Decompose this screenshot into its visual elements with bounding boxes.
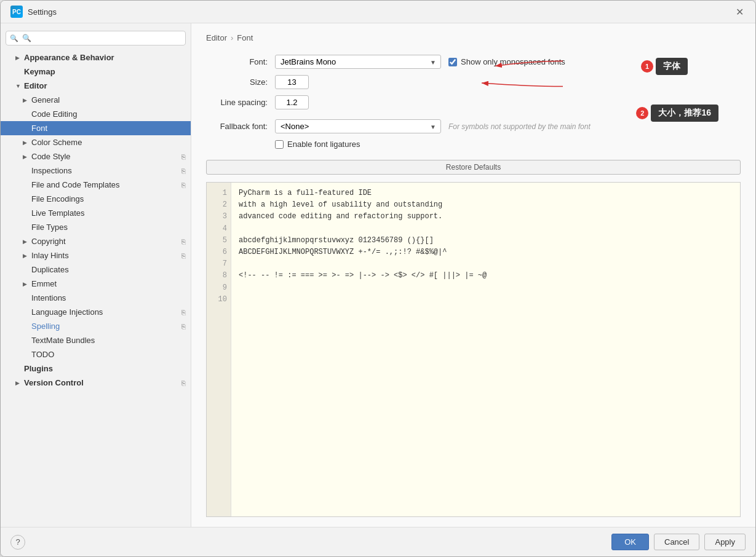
close-button[interactable]: ✕	[733, 6, 746, 18]
sidebar-item-label: Language Injections	[31, 307, 103, 317]
sidebar-item-label: Font	[31, 124, 47, 133]
code-preview: 1 2 3 4 5 6 7 8 9 10 PyCharm is a full-f…	[206, 182, 741, 517]
sidebar-item-plugins[interactable]: Plugins	[1, 361, 191, 376]
copy-icon: ⎘	[181, 323, 186, 330]
size-label: Size:	[206, 77, 268, 87]
code-line	[239, 282, 733, 294]
copy-icon: ⎘	[181, 379, 186, 387]
sidebar-item-code-style[interactable]: ▶ Code Style ⎘	[1, 149, 191, 164]
sidebar-item-label: Color Scheme	[31, 138, 82, 147]
ligatures-checkbox[interactable]	[275, 140, 284, 149]
content-area: 🔍 ▶ Appearance & Behavior Keymap ▼ Edito…	[1, 23, 755, 527]
sidebar-item-todo[interactable]: TODO	[1, 347, 191, 361]
line-num: 7	[210, 258, 227, 270]
annotation-number-1: 1	[641, 60, 653, 73]
fallback-dropdown-wrapper: <None> ▼	[275, 119, 441, 133]
sidebar-item-font[interactable]: Font	[1, 121, 191, 135]
copy-icon: ⎘	[181, 238, 186, 245]
font-label: Font:	[206, 57, 268, 66]
annotation-number-2: 2	[636, 107, 648, 119]
sidebar-item-label: Copyright	[31, 237, 66, 246]
copy-icon: ⎘	[181, 167, 186, 175]
sidebar-item-duplicates[interactable]: Duplicates	[1, 263, 191, 277]
sidebar-item-color-scheme[interactable]: ▶ Color Scheme	[1, 135, 191, 149]
show-mono-checkbox[interactable]	[448, 58, 457, 66]
chevron-right-icon: ▶	[23, 154, 29, 160]
annotation-bubble-2: 大小，推荐16	[651, 105, 718, 122]
sidebar-item-label: Code Style	[31, 152, 71, 161]
code-line	[239, 223, 733, 235]
sidebar-item-file-types[interactable]: File Types	[1, 220, 191, 234]
chevron-right-icon: ▶	[23, 140, 29, 146]
title-bar: PC Settings ✕	[1, 1, 755, 23]
sidebar-item-code-editing[interactable]: Code Editing	[1, 107, 191, 121]
sidebar-item-label: Inspections	[31, 166, 72, 175]
sidebar-item-label: TextMate Bundles	[31, 336, 95, 345]
main-panel: Editor › Font Font: JetBrains Mono ▼ Sho…	[191, 23, 755, 527]
code-line: abcdefghijklmnopqrstuvwxyz 0123456789 ()…	[239, 235, 733, 247]
sidebar-item-keymap[interactable]: Keymap	[1, 65, 191, 79]
sidebar-item-label: Spelling	[31, 322, 60, 331]
ligatures-label: Enable font ligatures	[287, 140, 360, 149]
copy-icon: ⎘	[181, 309, 186, 316]
line-num: 1	[210, 188, 227, 199]
annotation-2: 2 大小，推荐16	[636, 105, 718, 122]
chevron-down-icon: ▼	[15, 83, 22, 89]
search-input[interactable]	[6, 31, 186, 45]
sidebar-item-live-templates[interactable]: Live Templates	[1, 206, 191, 220]
sidebar-item-appearance[interactable]: ▶ Appearance & Behavior	[1, 50, 191, 65]
sidebar-item-general[interactable]: ▶ General	[1, 93, 191, 107]
font-select[interactable]: JetBrains Mono	[275, 55, 441, 69]
sidebar-item-label: General	[31, 95, 60, 105]
sidebar-item-spelling[interactable]: Spelling ⎘	[1, 319, 191, 333]
size-input[interactable]	[275, 75, 309, 89]
apply-button[interactable]: Apply	[704, 534, 746, 550]
sidebar-item-label: Keymap	[24, 67, 55, 76]
copy-icon: ⎘	[181, 153, 186, 160]
sidebar-item-copyright[interactable]: ▶ Copyright ⎘	[1, 234, 191, 248]
settings-dialog: PC Settings ✕ 🔍 ▶ Appearance & Behavior …	[0, 0, 756, 557]
code-line: with a high level of usability and outst…	[239, 199, 733, 211]
sidebar-item-label: Duplicates	[31, 265, 69, 274]
sidebar-item-file-encodings[interactable]: File Encodings	[1, 192, 191, 206]
line-spacing-input[interactable]	[275, 95, 309, 109]
code-line: advanced code editing and refactoring su…	[239, 211, 733, 223]
code-line	[239, 258, 733, 270]
help-button[interactable]: ?	[10, 535, 25, 550]
sidebar-item-emmet[interactable]: ▶ Emmet	[1, 277, 191, 291]
chevron-right-icon: ▶	[15, 55, 22, 61]
line-num: 10	[210, 294, 227, 306]
sidebar-item-editor[interactable]: ▼ Editor	[1, 79, 191, 93]
sidebar-item-inlay-hints[interactable]: ▶ Inlay Hints ⎘	[1, 248, 191, 263]
ok-button[interactable]: OK	[611, 534, 649, 550]
footer: ? OK Cancel Apply	[1, 527, 755, 556]
sidebar-item-inspections[interactable]: Inspections ⎘	[1, 164, 191, 178]
sidebar-item-textmate-bundles[interactable]: TextMate Bundles	[1, 333, 191, 347]
chevron-right-icon: ▶	[23, 239, 29, 245]
chevron-right-icon: ▶	[23, 281, 29, 287]
chevron-right-icon: ▶	[15, 380, 22, 386]
line-num: 9	[210, 282, 227, 294]
annotation-1: 1 字体	[641, 58, 688, 75]
code-lines: PyCharm is a full-featured IDE with a hi…	[231, 183, 740, 516]
sidebar-item-label: Editor	[24, 81, 47, 90]
line-numbers: 1 2 3 4 5 6 7 8 9 10	[207, 183, 231, 516]
search-box: 🔍	[6, 31, 186, 45]
sidebar-item-intentions[interactable]: Intentions	[1, 291, 191, 305]
sidebar-item-language-injections[interactable]: Language Injections ⎘	[1, 305, 191, 319]
sidebar: 🔍 ▶ Appearance & Behavior Keymap ▼ Edito…	[1, 23, 191, 527]
fallback-font-select[interactable]: <None>	[275, 119, 441, 133]
line-spacing-label: Line spacing:	[206, 98, 268, 107]
code-line: ABCDEFGHIJKLMNOPQRSTUVWXYZ +-*/= .,;:!? …	[239, 247, 733, 258]
breadcrumb-current: Font	[237, 33, 253, 42]
ligatures-check-row: Enable font ligatures	[275, 140, 360, 149]
line-num: 8	[210, 270, 227, 282]
sidebar-item-version-control[interactable]: ▶ Version Control ⎘	[1, 376, 191, 390]
code-line: PyCharm is a full-featured IDE	[239, 188, 733, 199]
line-num: 2	[210, 199, 227, 211]
breadcrumb: Editor › Font	[206, 33, 741, 42]
sidebar-item-file-code-templates[interactable]: File and Code Templates ⎘	[1, 178, 191, 192]
cancel-button[interactable]: Cancel	[654, 534, 699, 550]
restore-defaults-button[interactable]: Restore Defaults	[206, 160, 741, 175]
show-mono-label: Show only monospaced fonts	[461, 57, 565, 66]
